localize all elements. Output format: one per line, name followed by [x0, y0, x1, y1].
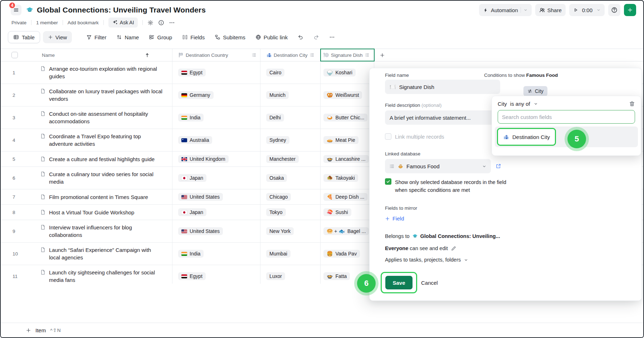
automation-button[interactable]: Automation	[479, 4, 532, 16]
save-button[interactable]: Save	[385, 276, 413, 289]
table-view-button[interactable]: Table	[8, 31, 40, 43]
filter-button[interactable]: Filter	[86, 34, 106, 40]
chevron-down-icon[interactable]	[523, 8, 528, 12]
city-cell[interactable]: Osaka	[260, 167, 321, 189]
ask-ai-button[interactable]: Ask AI	[108, 18, 138, 28]
show-only-selected-option[interactable]: Show only selected database records in t…	[385, 178, 507, 194]
sort-ascending-icon[interactable]	[145, 53, 150, 58]
info-icon[interactable]	[158, 20, 164, 26]
permissions-row: Everyone can see and edit	[385, 245, 456, 251]
public-link-button[interactable]: Public link	[255, 34, 288, 40]
country-cell[interactable]: United States	[172, 189, 260, 204]
checkbox-unchecked[interactable]	[385, 133, 391, 140]
dish-cell[interactable]: 🍕Deep Dish ...	[321, 189, 374, 204]
dish-cell[interactable]: 🥯 + 🐟Bagel ...	[321, 220, 374, 242]
country-cell[interactable]: Australia	[172, 129, 260, 151]
play-icon[interactable]	[573, 8, 578, 13]
condition-operator[interactable]: is any of	[510, 101, 530, 107]
dish-cell[interactable]: 🍲Lancashire ...	[321, 151, 374, 166]
sidebar-menu-button[interactable]: 4	[11, 5, 21, 15]
name-cell[interactable]: Conduct on-site assessment of hospitalit…	[32, 106, 172, 129]
dish-cell[interactable]: 🍚Koshari	[321, 61, 374, 84]
country-cell[interactable]: India	[172, 243, 260, 265]
search-input[interactable]	[502, 114, 631, 120]
city-cell[interactable]: Tokyo	[260, 205, 321, 220]
add-column-button[interactable]	[374, 49, 390, 61]
country-cell[interactable]: Germany	[172, 84, 260, 106]
add-mirror-field-button[interactable]: Field	[385, 215, 404, 222]
cancel-button[interactable]: Cancel	[421, 276, 438, 289]
city-cell[interactable]: Delhi	[260, 106, 321, 129]
city-cell[interactable]: Luxor	[260, 265, 321, 284]
field-description-input[interactable]: A brief yet informative statement...	[385, 110, 500, 125]
country-cell[interactable]: United Kingdom	[172, 151, 260, 166]
more-options-icon[interactable]	[169, 20, 175, 26]
fields-button[interactable]: Fields	[182, 34, 205, 40]
checkbox-checked[interactable]	[385, 178, 391, 185]
add-view-button[interactable]: View	[43, 31, 72, 43]
add-bookmark-button[interactable]: Add bookmark	[68, 20, 99, 25]
country-cell[interactable]: Japan	[172, 205, 260, 220]
select-all-checkbox[interactable]	[11, 52, 18, 58]
column-header-country[interactable]: Destination Country	[172, 49, 260, 61]
dish-cell[interactable]: 🍣Sushi	[321, 205, 374, 220]
sort-button[interactable]: Name	[116, 34, 139, 40]
share-button[interactable]: Share	[535, 4, 566, 16]
applies-to-row[interactable]: Applies to tasks, projects, folders	[385, 257, 468, 263]
city-cell[interactable]: New York	[260, 220, 321, 242]
destination-city-option[interactable]: Destination City	[497, 128, 556, 146]
condition-field-name[interactable]: City	[498, 101, 507, 107]
name-cell[interactable]: Create a culture and festival highlights…	[32, 151, 172, 166]
pencil-icon[interactable]	[451, 246, 456, 251]
dish-cell[interactable]: 🥨Weißwurst	[321, 84, 374, 106]
name-cell[interactable]: Film promotional content in Times Square	[32, 189, 172, 204]
name-cell[interactable]: Collaborate on luxury travel packages wi…	[32, 84, 172, 106]
name-cell[interactable]: Launch “Safari Experience” Campaign with…	[32, 243, 172, 265]
chevron-down-icon[interactable]	[596, 8, 601, 12]
add-button[interactable]	[624, 4, 636, 16]
country-cell[interactable]: Egypt	[172, 61, 260, 84]
name-cell[interactable]: Curate a culinary tour video series for …	[32, 167, 172, 189]
city-cell[interactable]: Munich	[260, 84, 321, 106]
dish-cell[interactable]: 🍛Butter Chic...	[321, 106, 374, 129]
column-header-dish-selected[interactable]: Signature Dish	[321, 49, 374, 61]
name-cell[interactable]: Interview travel influencers for blog co…	[32, 220, 172, 242]
timer-control[interactable]: 0:00	[569, 4, 605, 16]
city-cell[interactable]: Manchester	[260, 151, 321, 166]
settings-gear-icon[interactable]	[147, 20, 153, 26]
dish-cell[interactable]: 🥧Meat Pie	[321, 129, 374, 151]
dish-cell[interactable]: 🧆Takoyaki	[321, 167, 374, 189]
dish-cell[interactable]: 🍔Vada Pav	[321, 243, 374, 265]
trash-icon[interactable]	[629, 101, 635, 107]
condition-field-chip[interactable]: City	[523, 86, 547, 96]
country-cell[interactable]: United States	[172, 220, 260, 242]
country-cell[interactable]: India	[172, 106, 260, 129]
group-button[interactable]: Group	[149, 34, 172, 40]
country-cell[interactable]: Japan	[172, 167, 260, 189]
subitems-button[interactable]: Subitems	[215, 34, 245, 40]
members-label[interactable]: 1 member	[36, 20, 58, 25]
column-header-city[interactable]: Destination City	[260, 49, 321, 61]
name-cell[interactable]: Coordinate a Travel Expo featuring top a…	[32, 129, 172, 151]
name-cell[interactable]: Launch city sightseeing challenges for s…	[32, 265, 172, 284]
link-multiple-records-option[interactable]: Link multiple records	[385, 133, 444, 140]
open-external-icon[interactable]	[496, 163, 501, 169]
undo-button[interactable]	[298, 34, 303, 40]
search-field[interactable]	[498, 110, 635, 124]
redo-button[interactable]	[313, 34, 319, 40]
chevron-down-icon[interactable]	[533, 101, 538, 106]
city-cell[interactable]: Cairo	[260, 61, 321, 84]
help-button[interactable]	[608, 4, 620, 16]
add-item-bar[interactable]: Item ^⇧N	[1, 323, 643, 337]
name-cell[interactable]: Arrange eco-tourism exploration with reg…	[32, 61, 172, 84]
city-cell[interactable]: Chicago	[260, 189, 321, 204]
toolbar-more-button[interactable]	[329, 34, 335, 40]
linked-database-select[interactable]: Famous Food	[385, 159, 491, 173]
city-cell[interactable]: Sydney	[260, 129, 321, 151]
country-cell[interactable]: Egypt	[172, 265, 260, 284]
city-cell[interactable]: Mumbai	[260, 243, 321, 265]
dropdown-option-row[interactable]: Destination City	[495, 126, 638, 147]
column-header-name[interactable]: Name	[32, 49, 172, 61]
field-name-input[interactable]: 🍽️ Signature Dish	[385, 80, 500, 94]
name-cell[interactable]: Host a Virtual Tour Guide Workshop	[32, 205, 172, 220]
